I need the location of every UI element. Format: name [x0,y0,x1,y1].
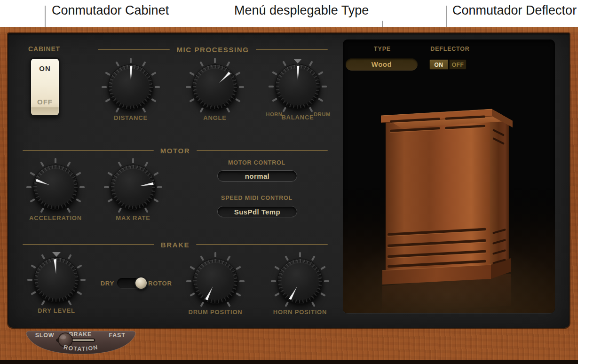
dry-rotor-toggle-knob[interactable] [134,277,148,290]
type-label: TYPE [364,46,401,52]
main-panel: CABINET ON OFF MIC PROCESSING MOTOR BRAK… [8,33,569,328]
section-header-motor: MOTOR [23,147,328,154]
angle-knob-label: ANGLE [182,114,248,121]
distance-knob[interactable]: DISTANCE [98,54,164,125]
cabinet-power-switch[interactable]: ON OFF [30,57,60,117]
distance-knob-label: DISTANCE [98,114,164,121]
max-rate-knob[interactable]: MAX RATE [100,154,166,225]
cabinet-display: TYPE Wood DEFLECTOR ON OFF [343,40,555,313]
dry-toggle-label: DRY [86,280,114,287]
plugin-window-wood-frame: CABINET ON OFF MIC PROCESSING MOTOR BRAK… [0,27,578,364]
rotation-fast-label: FAST [109,332,125,339]
rotation-control: SLOW BRAKE FAST ROTATION [24,328,137,356]
section-header-mic-processing: MIC PROCESSING [98,46,328,53]
cabinet-switch-on-label: ON [31,64,59,72]
screenshot-root: Conmutador Cabinet Menú desplegable Type… [0,0,593,364]
drum-position-knob[interactable]: DRUM POSITION [182,248,248,319]
rotation-brake-label: BRAKE [69,331,92,338]
motor-control-label: MOTOR CONTROL [210,159,304,166]
dry-level-knob-label: DRY LEVEL [24,307,89,314]
frame-bottom-edge [0,360,578,364]
annotation-type: Menú desplegable Type [234,3,369,18]
speed-midi-control-dropdown[interactable]: SusPdl Temp [217,206,297,217]
max-rate-knob-label: MAX RATE [100,214,166,222]
dry-rotor-toggle[interactable] [117,278,146,288]
annotation-deflector: Conmutador Deflector [452,3,577,18]
horn-position-knob-label: HORN POSITION [267,309,333,316]
cabinet-switch-off-label: OFF [31,98,59,106]
annotation-cabinet: Conmutador Cabinet [52,3,169,18]
rotor-toggle-label: ROTOR [148,280,181,287]
cabinet-3d-image [343,40,555,313]
balance-horn-label: HORN [260,111,288,117]
balance-drum-label: DRUM [308,111,336,117]
motor-title: MOTOR [160,147,190,155]
acceleration-knob-label: ACCELERATION [23,214,88,222]
acceleration-knob[interactable]: ACCELERATION [23,154,88,225]
drum-position-knob-label: DRUM POSITION [182,309,248,316]
deflector-switch: ON OFF [429,59,466,70]
angle-knob[interactable]: ANGLE [182,54,248,125]
brake-title: BRAKE [161,241,190,249]
type-dropdown[interactable]: Wood [346,58,418,71]
deflector-off-button[interactable]: OFF [449,59,466,70]
deflector-on-button[interactable]: ON [429,59,448,70]
rotation-slow-label: SLOW [35,332,55,339]
motor-control-dropdown[interactable]: normal [217,170,297,182]
dry-level-knob[interactable]: DRY LEVEL [24,247,89,317]
mic-processing-title: MIC PROCESSING [176,46,249,54]
speed-midi-control-label: SPEED MIDI CONTROL [210,195,304,201]
cabinet-label: CABINET [27,45,62,53]
deflector-label: DEFLECTOR [429,46,471,52]
horn-position-knob[interactable]: HORN POSITION [267,248,333,319]
